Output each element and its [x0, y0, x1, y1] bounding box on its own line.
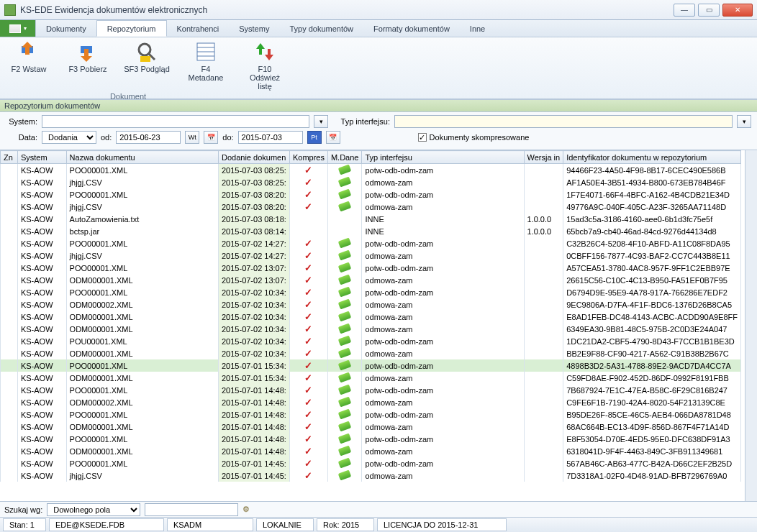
- cell: 2015-07-02 14:27:: [219, 249, 290, 262]
- vertical-scrollbar[interactable]: [745, 150, 757, 501]
- typ-dropdown-button[interactable]: ▾: [737, 115, 751, 128]
- system-dropdown-button[interactable]: ▾: [314, 115, 328, 128]
- col-6[interactable]: Typ interfejsu: [362, 151, 524, 164]
- cell: [327, 249, 362, 262]
- date-to-input[interactable]: [238, 131, 303, 144]
- table-row[interactable]: KS-AOWPOO00001.XML2015-07-01 14:48:✓potw…: [1, 433, 741, 445]
- check-icon: ✓: [304, 458, 312, 469]
- data-mode-select[interactable]: Dodania: [42, 131, 96, 144]
- maximize-button[interactable]: ▭: [698, 4, 720, 17]
- cell: KS-AOW: [17, 421, 66, 433]
- col-1[interactable]: System: [17, 151, 66, 164]
- check-icon: ✓: [304, 165, 312, 175]
- col-8[interactable]: Identyfikator dokumentu w repozytorium: [563, 151, 741, 164]
- table-row[interactable]: KS-AOWjhjgj.CSV2015-07-03 08:25:✓odmowa-…: [1, 176, 741, 188]
- cell: 2015-07-03 08:25:: [219, 164, 290, 177]
- system-input[interactable]: [42, 115, 309, 128]
- menubar: ▾ DokumentyRepozytoriumKontrahenciSystem…: [0, 20, 757, 37]
- check-icon: ✓: [304, 275, 312, 285]
- table-row[interactable]: KS-AOWODM000001.XML2015-07-01 14:48:✓odm…: [1, 421, 741, 433]
- table-row[interactable]: KS-AOWODM000001.XML2015-07-02 10:34:✓odm…: [1, 311, 741, 323]
- date-from-input[interactable]: [116, 131, 181, 144]
- cal-to-button[interactable]: 📅: [326, 131, 340, 144]
- cell: POO00001.XML: [66, 359, 218, 372]
- table-row[interactable]: KS-AOWODM000001.XML2015-07-02 13:07:✓odm…: [1, 274, 741, 286]
- table-row[interactable]: KS-AOWjhjgj.CSV2015-07-03 08:20:✓odmowa-…: [1, 201, 741, 213]
- cal-from-button[interactable]: 📅: [204, 131, 218, 144]
- table-row[interactable]: KS-AOWODM000001.XML2015-07-01 14:48:✓odm…: [1, 445, 741, 457]
- col-5[interactable]: M.Dane: [327, 151, 362, 164]
- table-row[interactable]: KS-AOWODM000002.XML2015-07-02 10:34:✓odm…: [1, 298, 741, 311]
- compressed-checkbox[interactable]: ✓ Dokumenty skompresowane: [418, 133, 530, 142]
- main-menu-button[interactable]: ▾: [0, 20, 36, 37]
- check-icon: ✓: [304, 311, 312, 322]
- close-button[interactable]: ✕: [722, 4, 753, 17]
- table-row[interactable]: KS-AOWPOO00001.XML2015-07-02 13:07:✓potw…: [1, 262, 741, 274]
- table-row[interactable]: KS-AOWPOO00001.XML2015-07-01 15:34:✓potw…: [1, 359, 741, 372]
- cell: ✓: [289, 433, 327, 445]
- cell: C32B26C4-5208-4F10-ABFD-A11C08F8DA95: [563, 237, 741, 249]
- menu-typy-dokumentów[interactable]: Typy dokumentów: [279, 20, 363, 37]
- menu-formaty-dokumentów[interactable]: Formaty dokumentów: [363, 20, 460, 37]
- check-icon: ✓: [304, 409, 312, 420]
- table-row[interactable]: KS-AOWPOO00001.XML2015-07-01 14:48:✓potw…: [1, 384, 741, 396]
- cell: 2015-07-02 10:34:: [219, 311, 290, 323]
- wt-button[interactable]: Wt: [185, 131, 199, 144]
- search-input[interactable]: [145, 503, 238, 516]
- col-7[interactable]: Wersja in: [524, 151, 563, 164]
- table-row[interactable]: KS-AOWPOO00001.XML2015-07-03 08:20:✓potw…: [1, 188, 741, 201]
- minimize-button[interactable]: —: [674, 4, 695, 17]
- cell: [327, 201, 362, 213]
- ribbon-tool-sf3-podgląd[interactable]: SF3 Podgląd: [124, 40, 170, 91]
- cell: 2015-07-03 08:25:: [219, 176, 290, 188]
- typ-interfejsu-input[interactable]: [394, 115, 733, 128]
- cell: potw-odb-odm-zam: [362, 457, 524, 469]
- menu-kontrahenci[interactable]: Kontrahenci: [167, 20, 230, 37]
- table-row[interactable]: KS-AOWPOU00001.XML2015-07-02 10:34:✓potw…: [1, 335, 741, 347]
- cell: 6318041D-9F4F-4463-849C-3FB911349681: [563, 445, 741, 457]
- cell: BB2E9F88-CF90-4217-A562-C91B38B2B67C: [563, 347, 741, 359]
- table-row[interactable]: KS-AOWODM000001.XML2015-07-02 10:34:✓odm…: [1, 347, 741, 359]
- menu-systemy[interactable]: Systemy: [229, 20, 279, 37]
- col-2[interactable]: Nazwa dokumentu: [66, 151, 218, 164]
- table-row[interactable]: KS-AOWPOO00001.XML2015-07-01 14:45:✓potw…: [1, 457, 741, 469]
- system-label: System:: [6, 117, 37, 126]
- check-icon: ✓: [304, 360, 312, 371]
- menu-inne[interactable]: Inne: [460, 20, 495, 37]
- search-mode-select[interactable]: Dowolnego pola: [47, 503, 140, 516]
- cell: ✓: [289, 274, 327, 286]
- table-row[interactable]: KS-AOWAutoZamowienia.txt2015-07-03 08:18…: [1, 213, 741, 225]
- table-row[interactable]: KS-AOWODM000001.XML2015-07-02 10:34:✓odm…: [1, 323, 741, 335]
- col-4[interactable]: Kompres: [289, 151, 327, 164]
- cell: ODM000002.XML: [66, 298, 218, 311]
- cell: odmowa-zam: [362, 298, 524, 311]
- menu-dokumenty[interactable]: Dokumenty: [36, 20, 96, 37]
- table-row[interactable]: KS-AOWjhjgj.CSV2015-07-02 14:27:✓odmowa-…: [1, 249, 741, 262]
- ribbon-tool-f4-metadane[interactable]: F4 Metadane: [183, 40, 229, 91]
- cell: 1DC21DA2-CBF5-4790-8D43-F7CCB1B1BE3D: [563, 335, 741, 347]
- cell: [327, 335, 362, 347]
- ribbon-tool-f2-wstaw[interactable]: F2 Wstaw: [6, 40, 52, 91]
- svg-rect-1: [140, 56, 150, 62]
- col-3[interactable]: Dodanie dokumen: [219, 151, 290, 164]
- table-row[interactable]: KS-AOWPOO00001.XML2015-07-01 14:48:✓potw…: [1, 408, 741, 421]
- tag-icon: [338, 262, 351, 272]
- table-row[interactable]: KS-AOWODM000001.XML2015-07-01 15:34:✓odm…: [1, 372, 741, 384]
- cell: odmowa-zam: [362, 274, 524, 286]
- cell: ODM000001.XML: [66, 274, 218, 286]
- table-row[interactable]: KS-AOWPOO00001.XML2015-07-03 08:25:✓potw…: [1, 164, 741, 177]
- table-row[interactable]: KS-AOWjhjgj.CSV2015-07-01 14:45:✓odmowa-…: [1, 469, 741, 482]
- table-row[interactable]: KS-AOWPOO00001.XML2015-07-02 14:27:✓potw…: [1, 237, 741, 249]
- pt-button[interactable]: Pt: [307, 131, 322, 144]
- gear-icon[interactable]: ⚙: [242, 505, 250, 514]
- ribbon-tool-f3-pobierz[interactable]: F3 Pobierz: [65, 40, 111, 91]
- table-row[interactable]: KS-AOWODM000002.XML2015-07-01 14:48:✓odm…: [1, 396, 741, 408]
- ribbon-tool-f10-odśwież-listę[interactable]: F10 Odśwież listę: [242, 40, 288, 91]
- table-row[interactable]: KS-AOWbctsp.jar2015-07-03 08:14:INNE1.0.…: [1, 225, 741, 237]
- cell: KS-AOW: [17, 213, 66, 225]
- tag-icon: [338, 335, 351, 346]
- table-row[interactable]: KS-AOWPOO00001.XML2015-07-02 10:34:✓potw…: [1, 286, 741, 298]
- menu-repozytorium[interactable]: Repozytorium: [96, 20, 167, 37]
- check-icon: ✓: [304, 177, 312, 188]
- col-0[interactable]: Zn: [1, 151, 18, 164]
